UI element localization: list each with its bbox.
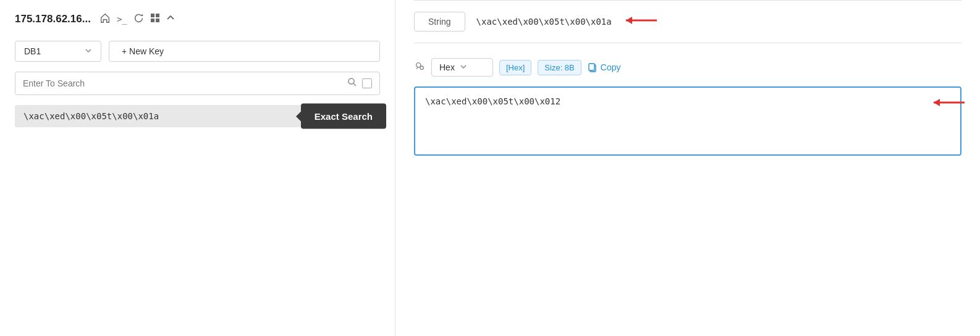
exact-search-tooltip[interactable]: Exact Search [301,104,386,129]
search-icons [347,77,372,90]
search-row [15,72,380,95]
editor-container: \xac\xed\x00\x05t\x00\x012 [414,86,961,156]
string-tab-label: String [428,17,451,27]
svg-rect-3 [156,19,159,22]
server-icon-group: >_ [99,12,175,26]
right-top-row: String \xac\xed\x00\x05t\x00\x01a [414,1,961,43]
chevron-up-icon[interactable] [166,14,175,25]
svg-point-4 [348,78,354,84]
grid-icon[interactable] [150,13,160,25]
left-panel: 175.178.62.16... >_ [0,0,395,336]
red-arrow-editor-icon [931,95,968,112]
format-select[interactable]: Hex [431,58,493,77]
svg-point-9 [420,66,423,69]
size-badge: Size: 8B [538,60,581,75]
svg-rect-1 [156,14,159,17]
string-tab[interactable]: String [414,12,465,32]
server-title: 175.178.62.16... [15,13,91,25]
db-row: DB1 + New Key [15,41,380,62]
red-arrow-right-icon [623,13,660,30]
svg-line-5 [353,83,356,86]
format-label: Hex [439,62,455,72]
search-icon[interactable] [347,77,357,90]
right-panel: String \xac\xed\x00\x05t\x00\x01a Hex [395,0,980,336]
search-input[interactable] [23,78,342,88]
svg-rect-12 [589,64,594,70]
refresh-icon[interactable] [133,13,144,26]
svg-rect-2 [151,19,154,22]
db-label: DB1 [24,46,41,56]
key-item-value: \xac\xed\x00\x05t\x00\x01a [23,111,159,121]
home-icon[interactable] [99,12,111,26]
key-value-display: \xac\xed\x00\x05t\x00\x01a [476,17,612,27]
new-key-button[interactable]: + New Key [109,41,380,62]
hex-badge[interactable]: [Hex] [499,60,531,75]
value-editor[interactable]: \xac\xed\x00\x05t\x00\x012 [414,86,961,156]
terminal-icon[interactable]: >_ [117,14,127,24]
svg-marker-7 [626,17,632,24]
format-chevron-icon [460,62,467,72]
svg-rect-0 [151,14,154,17]
key-item-container: \xac\xed\x00\x05t\x00\x01a Exact Search [15,105,380,127]
format-row: Hex [Hex] Size: 8B Copy [414,58,961,77]
svg-marker-14 [934,99,940,106]
exact-search-label: Exact Search [315,111,373,122]
checkbox-icon[interactable] [362,78,372,88]
svg-line-10 [416,67,419,69]
svg-point-8 [416,63,421,67]
copy-label: Copy [601,62,621,72]
db-select[interactable]: DB1 [15,41,101,62]
server-header: 175.178.62.16... >_ [15,12,380,26]
copy-button[interactable]: Copy [588,62,621,72]
db-chevron-icon [85,47,92,56]
format-type-icon [414,61,425,74]
new-key-label: + New Key [122,46,164,56]
